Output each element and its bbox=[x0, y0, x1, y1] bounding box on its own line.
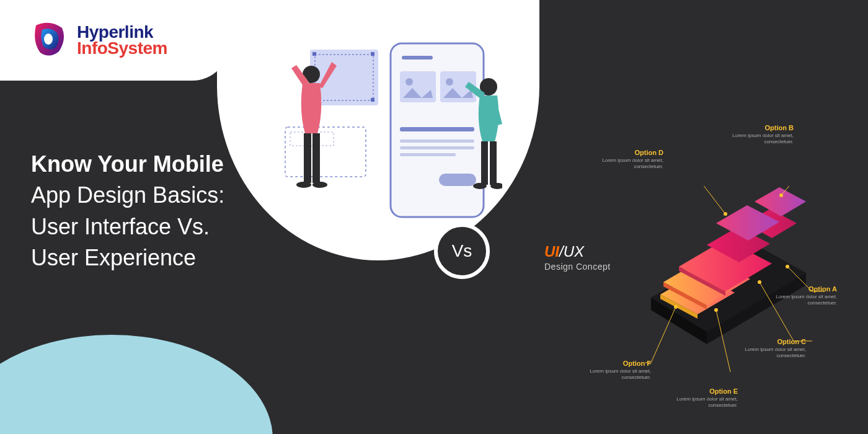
ux-text: UX bbox=[564, 243, 584, 260]
headline-line-4: User Experience bbox=[31, 242, 224, 273]
option-b: Option B Lorem ipsum dolor sit amet, con… bbox=[707, 124, 794, 146]
logo-badge: Hyperlink InfoSystem bbox=[0, 0, 229, 81]
svg-rect-27 bbox=[490, 141, 497, 185]
designers-illustration-icon bbox=[273, 31, 502, 229]
svg-point-14 bbox=[446, 78, 453, 86]
sep-text: / bbox=[559, 243, 564, 260]
option-d: Option D Lorem ipsum dolor sit amet, con… bbox=[583, 149, 663, 170]
option-a-title: Option A bbox=[750, 285, 837, 293]
blue-blob-shape bbox=[0, 335, 273, 434]
svg-point-28 bbox=[473, 183, 487, 189]
isometric-section: UI/UX Design Concept bbox=[496, 112, 843, 422]
option-a: Option A Lorem ipsum dolor sit amet, con… bbox=[750, 285, 837, 307]
option-e: Option E Lorem ipsum dolor sit amet, con… bbox=[657, 388, 738, 409]
svg-point-23 bbox=[296, 182, 311, 188]
svg-rect-16 bbox=[400, 140, 474, 143]
option-f-title: Option F bbox=[570, 360, 651, 367]
option-b-title: Option B bbox=[707, 124, 794, 131]
svg-point-13 bbox=[405, 78, 413, 86]
svg-rect-4 bbox=[371, 52, 374, 56]
svg-point-0 bbox=[44, 33, 53, 45]
svg-rect-17 bbox=[400, 146, 474, 149]
option-a-desc: Lorem ipsum dolor sit amet, consectetuer… bbox=[750, 294, 837, 307]
headline-bold: Know Your Mobile bbox=[31, 149, 224, 180]
svg-rect-21 bbox=[304, 133, 311, 183]
hyperlink-logo-icon bbox=[31, 20, 68, 61]
headline-line-2: App Design Basics: bbox=[31, 180, 224, 211]
option-d-desc: Lorem ipsum dolor sit amet, consectetuer… bbox=[583, 157, 663, 170]
svg-rect-7 bbox=[285, 127, 366, 177]
headline: Know Your Mobile App Design Basics: User… bbox=[31, 149, 224, 274]
option-f-desc: Lorem ipsum dolor sit amet, consectetuer… bbox=[570, 368, 651, 381]
headline-line-3: User Interface Vs. bbox=[31, 211, 224, 242]
svg-rect-26 bbox=[481, 141, 488, 185]
svg-rect-18 bbox=[400, 153, 456, 156]
option-c: Option C Lorem ipsum dolor sit amet, con… bbox=[719, 338, 806, 360]
svg-point-24 bbox=[312, 182, 327, 188]
option-e-desc: Lorem ipsum dolor sit amet, consectetuer… bbox=[657, 396, 738, 409]
svg-rect-22 bbox=[312, 133, 320, 183]
svg-rect-10 bbox=[402, 56, 433, 60]
svg-rect-6 bbox=[371, 98, 374, 102]
logo-text: Hyperlink InfoSystem bbox=[77, 22, 167, 58]
option-f: Option F Lorem ipsum dolor sit amet, con… bbox=[570, 360, 651, 381]
logo-line-2: InfoSystem bbox=[77, 38, 167, 58]
vs-text: Vs bbox=[452, 241, 472, 261]
svg-rect-19 bbox=[439, 174, 476, 186]
option-d-title: Option D bbox=[583, 149, 663, 156]
vs-badge: Vs bbox=[434, 223, 490, 279]
uiux-label: UI/UX Design Concept bbox=[544, 243, 611, 272]
svg-rect-8 bbox=[290, 132, 334, 146]
hero-illustration bbox=[273, 31, 502, 229]
svg-rect-15 bbox=[400, 127, 474, 131]
option-b-desc: Lorem ipsum dolor sit amet, consectetuer… bbox=[707, 133, 794, 146]
option-c-title: Option C bbox=[719, 338, 806, 345]
uiux-subtitle: Design Concept bbox=[544, 262, 611, 272]
option-e-title: Option E bbox=[657, 388, 738, 395]
option-c-desc: Lorem ipsum dolor sit amet, consectetuer… bbox=[719, 347, 806, 360]
svg-rect-3 bbox=[312, 52, 316, 56]
ui-text: UI bbox=[544, 243, 559, 260]
